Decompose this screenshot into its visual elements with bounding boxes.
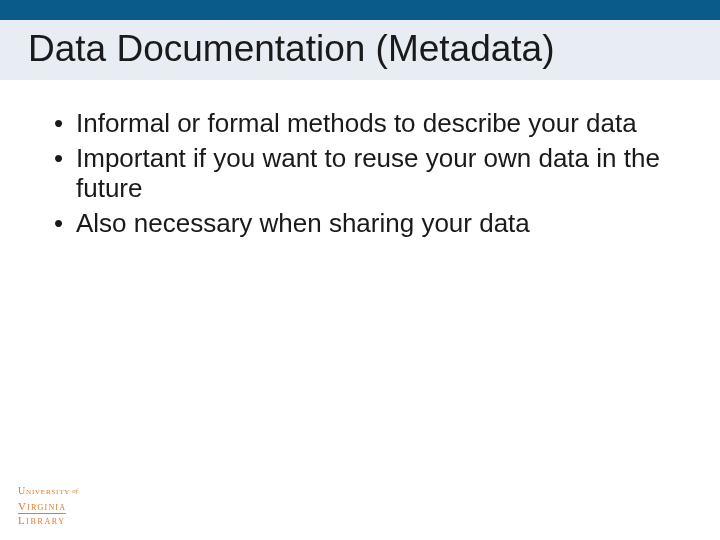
slide-content: Informal or formal methods to describe y… (0, 80, 720, 239)
bullet-item: Important if you want to reuse your own … (50, 143, 670, 204)
bullet-item: Informal or formal methods to describe y… (50, 108, 670, 139)
uva-library-logo: Universityof Virginia Library (18, 481, 78, 526)
bullet-item: Also necessary when sharing your data (50, 208, 670, 239)
title-band: Data Documentation (Metadata) (0, 20, 720, 80)
logo-line-virginia: Virginia (18, 501, 66, 514)
top-accent-bar (0, 0, 720, 20)
logo-line-of: of (72, 487, 77, 495)
slide-title: Data Documentation (Metadata) (28, 28, 692, 70)
logo-line-library: Library (18, 515, 78, 526)
bullet-list: Informal or formal methods to describe y… (50, 108, 670, 239)
logo-line-university: University (18, 485, 70, 496)
